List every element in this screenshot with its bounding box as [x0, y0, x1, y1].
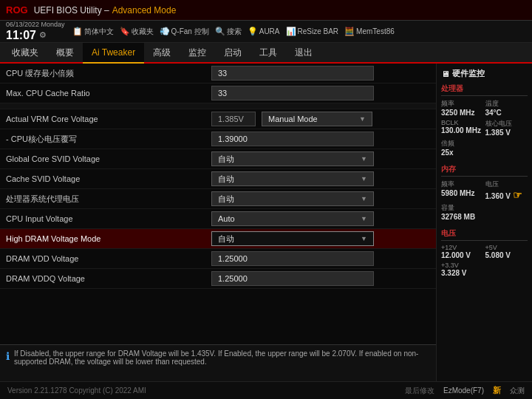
nav-advanced[interactable]: 高级 — [144, 43, 180, 64]
bclk-label: BCLK — [441, 119, 484, 126]
new-label: 新 — [493, 385, 501, 396]
cpu-bclk-stats: BCLK 130.00 MHz 核心电压 1.385 V — [441, 119, 528, 139]
settings-panel: CPU 缓存最小倍频 33 Max. CPU Cache Ratio 33 Ac… — [0, 64, 436, 381]
hardware-monitor-sidebar: 🖥 硬件监控 处理器 频率 3250 MHz 温度 34°C BCLK 130.… — [436, 64, 532, 381]
brand-label: 众测 — [510, 386, 525, 396]
cpu-temp-value: 34°C — [485, 109, 528, 117]
cpu-freq-row: 频率 3250 MHz — [441, 99, 484, 117]
memory-section: 内存 频率 5980 MHz 电压 1.360 V ☞ 容量 32768 MB — [441, 164, 528, 221]
main-content: CPU 缓存最小倍频 33 Max. CPU Cache Ratio 33 Ac… — [0, 64, 532, 381]
setting-cpu-core-override: - CPU核心电压覆写 1.39000 — [0, 129, 436, 149]
v33-value: 3.328 V — [441, 269, 528, 277]
label-dram-vdd: DRAM VDD Voltage — [0, 251, 207, 266]
mem-volt-value: 1.360 V ☞ — [485, 189, 528, 201]
vrm-voltage-display: 1.385V — [211, 112, 256, 126]
value-global-svid: 自动▼ — [207, 149, 436, 168]
v5-row: +5V 5.080 V — [485, 244, 528, 259]
label-cpu-cache-ratio: Max. CPU Cache Ratio — [0, 86, 207, 100]
nav-exit[interactable]: 退出 — [286, 43, 321, 64]
mem-freq-row: 频率 5980 MHz — [441, 180, 484, 201]
label-cache-svid: Cache SVID Voltage — [0, 171, 207, 186]
value-cache-svid: 自动▼ — [207, 169, 436, 188]
info-icon: ℹ — [6, 350, 10, 362]
setting-sa-voltage: 处理器系统代理电压 自动▼ — [0, 189, 436, 209]
setting-cpu-cache-ratio: Max. CPU Cache Ratio 33 — [0, 83, 436, 103]
cpu-input-voltage-dropdown[interactable]: Auto▼ — [211, 211, 374, 226]
nav-ai-tweaker[interactable]: Ai Tweaker — [83, 43, 144, 64]
nav-tools[interactable]: 工具 — [250, 43, 286, 64]
core-volt-row: 核心电压 1.385 V — [485, 119, 528, 137]
shortcut-favorites[interactable]: 🔖 收藏夹 — [120, 27, 154, 37]
sidebar-title: 🖥 硬件监控 — [441, 68, 528, 79]
label-sa-voltage: 处理器系统代理电压 — [0, 191, 207, 208]
cpu-temp-label: 温度 — [485, 99, 528, 109]
voltage-section: 电压 +12V 12.000 V +5V 5.080 V +3.3V 3.328… — [441, 228, 528, 277]
cpu-section: 处理器 频率 3250 MHz 温度 34°C BCLK 130.00 MHz … — [441, 83, 528, 157]
cpu-stats: 频率 3250 MHz 温度 34°C — [441, 99, 528, 119]
cpu-min-ratio-box[interactable]: 33 — [211, 66, 374, 81]
nav-monitor[interactable]: 监控 — [180, 43, 215, 64]
label-dram-vddq: DRAM VDDQ Voltage — [0, 271, 207, 286]
value-sa-voltage: 自动▼ — [207, 189, 436, 208]
shortcut-aura[interactable]: 💡 AURA — [248, 27, 280, 36]
setting-dram-vddq: DRAM VDDQ Voltage 1.25000 — [0, 269, 436, 289]
setting-dram-voltage-mode: High DRAM Voltage Mode 自动▼ — [0, 229, 436, 249]
setting-vrm-voltage: Actual VRM Core Voltage 1.385V Manual Mo… — [0, 109, 436, 129]
nav-favorites[interactable]: 收藏夹 — [3, 43, 47, 64]
settings-scroll[interactable]: CPU 缓存最小倍频 33 Max. CPU Cache Ratio 33 Ac… — [0, 64, 436, 344]
nav-boot[interactable]: 启动 — [215, 43, 250, 64]
settings-icon[interactable]: ⚙ — [39, 30, 47, 40]
cpu-core-override-box[interactable]: 1.39000 — [211, 132, 374, 146]
value-dram-voltage-mode: 自动▼ — [207, 229, 436, 248]
global-svid-dropdown[interactable]: 自动▼ — [211, 151, 374, 166]
ez-mode-button[interactable]: EzMode(F7) — [443, 386, 484, 395]
nav-overview[interactable]: 概要 — [47, 43, 83, 64]
shortcut-qfan[interactable]: 💨 Q-Fan 控制 — [160, 27, 209, 37]
value-dram-vdd: 1.25000 — [207, 249, 436, 268]
monitor-icon: 🖥 — [441, 69, 449, 78]
shortcut-resize-bar[interactable]: 📊 ReSize BAR — [286, 27, 339, 36]
rog-logo: ROG — [6, 4, 28, 16]
dram-vdd-box[interactable]: 1.25000 — [211, 251, 374, 266]
cpu-freq-value: 3250 MHz — [441, 109, 484, 117]
cpu-cache-ratio-box[interactable]: 33 — [211, 86, 374, 100]
cpu-multi-label: 倍频 — [441, 139, 528, 149]
vrm-voltage-dropdown[interactable]: Manual Mode▼ — [262, 112, 372, 126]
shortcut-search[interactable]: 🔍 搜索 — [215, 27, 242, 37]
footer: Version 2.21.1278 Copyright (C) 2022 AMI… — [0, 381, 532, 399]
settings-table: CPU 缓存最小倍频 33 Max. CPU Cache Ratio 33 Ac… — [0, 64, 436, 289]
label-dram-voltage-mode: High DRAM Voltage Mode — [0, 231, 207, 246]
memory-section-header: 内存 — [441, 164, 528, 177]
cache-svid-dropdown[interactable]: 自动▼ — [211, 171, 374, 186]
label-global-svid: Global Core SVID Voltage — [0, 151, 207, 166]
dram-voltage-mode-dropdown[interactable]: 自动▼ — [211, 231, 374, 246]
shortcut-bar: 📋 简体中文 🔖 收藏夹 💨 Q-Fan 控制 🔍 搜索 💡 AURA 📊 Re… — [72, 27, 395, 37]
memory-stats: 频率 5980 MHz 电压 1.360 V ☞ — [441, 180, 528, 203]
version-text: Version 2.21.1278 Copyright (C) 2022 AMI — [7, 386, 146, 395]
bclk-row: BCLK 130.00 MHz — [441, 119, 484, 137]
v5-value: 5.080 V — [485, 251, 528, 259]
hand-cursor-icon[interactable]: ☞ — [513, 189, 522, 201]
cpu-temp-row: 温度 34°C — [485, 99, 528, 117]
info-box: ℹ If Disabled, the upper range for DRAM … — [0, 344, 436, 381]
title-bar: ROG UEFI BIOS Utility – Advanced Mode — [0, 0, 532, 21]
cpu-freq-label: 频率 — [441, 99, 484, 109]
value-cpu-input-voltage: Auto▼ — [207, 209, 436, 228]
shortcut-memtest[interactable]: 🧮 MemTest86 — [344, 27, 395, 36]
bclk-value: 130.00 MHz — [441, 126, 484, 134]
cpu-multi-value: 25x — [441, 149, 528, 157]
core-volt-label: 核心电压 — [485, 119, 528, 129]
value-cpu-min-ratio: 33 — [207, 64, 436, 83]
info-text: If Disabled, the upper range for DRAM Vo… — [14, 349, 430, 366]
shortcut-language[interactable]: 📋 简体中文 — [72, 27, 114, 37]
label-cpu-core-override: - CPU核心电压覆写 — [0, 131, 207, 148]
mode-label: Advanced Mode — [112, 5, 177, 16]
bios-title: UEFI BIOS Utility – — [34, 5, 109, 16]
core-volt-value: 1.385 V — [485, 129, 528, 137]
date-time: 06/13/2022 Monday 11:07 ⚙ — [6, 21, 65, 43]
date-display: 06/13/2022 Monday — [6, 21, 65, 29]
dram-vddq-box[interactable]: 1.25000 — [211, 271, 374, 286]
setting-global-svid: Global Core SVID Voltage 自动▼ — [0, 149, 436, 169]
sa-voltage-dropdown[interactable]: 自动▼ — [211, 191, 374, 206]
cpu-multi-row: 倍频 25x — [441, 139, 528, 157]
